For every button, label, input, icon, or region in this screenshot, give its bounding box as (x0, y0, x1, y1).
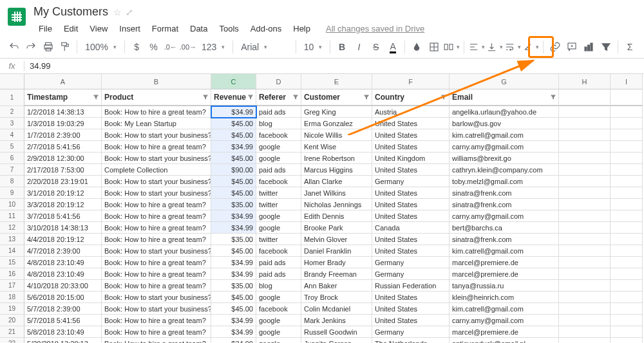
cell[interactable]: Book: How to start your business? (102, 187, 211, 199)
cell[interactable]: United States (372, 187, 450, 199)
cell[interactable] (611, 210, 643, 222)
cell[interactable]: Book: How to start your business? (102, 303, 211, 315)
cell[interactable]: Book: How to hire a great team? (102, 338, 211, 343)
insert-chart-button[interactable] (581, 39, 596, 55)
cell[interactable] (611, 106, 643, 118)
cell[interactable]: Troy Brock (301, 292, 372, 303)
cell[interactable] (559, 268, 611, 280)
cell[interactable]: Erma Gonzalez (301, 118, 372, 129)
header-cell[interactable]: Customer (301, 89, 372, 106)
cell[interactable]: United States (372, 245, 450, 257)
cell[interactable]: paid ads (256, 106, 301, 118)
cell[interactable]: Daniel Franklin (301, 245, 372, 257)
sheets-logo-icon[interactable] (5, 5, 28, 28)
cell[interactable]: 1/2/2018 14:38:13 (24, 106, 102, 118)
cell[interactable]: United States (372, 129, 450, 141)
spreadsheet-grid[interactable]: ABCDEFGHI 1TimestampProductRevenueRefere… (0, 74, 644, 343)
row-header[interactable]: 18 (0, 292, 24, 303)
header-cell[interactable]: Timestamp (24, 89, 102, 106)
column-header-H[interactable]: H (559, 74, 611, 89)
row-header[interactable]: 22 (0, 338, 24, 343)
cell[interactable] (611, 153, 643, 164)
cell[interactable]: United States (372, 234, 450, 245)
cell[interactable]: $34.99 (211, 268, 256, 280)
menu-add-ons[interactable]: Add-ons (245, 21, 287, 36)
row-header[interactable]: 4 (0, 129, 24, 141)
header-cell[interactable]: Product (102, 89, 211, 106)
filter-icon[interactable] (202, 93, 209, 101)
cell[interactable]: google (256, 222, 301, 234)
cell[interactable]: $90.00 (211, 164, 256, 176)
cell[interactable] (611, 199, 643, 210)
filter-icon[interactable] (92, 93, 100, 101)
cell[interactable]: 3/1/2018 20:19:12 (24, 187, 102, 199)
cell[interactable]: 4/7/2018 2:39:00 (24, 245, 102, 257)
row-header[interactable]: 12 (0, 222, 24, 234)
cell[interactable] (611, 234, 643, 245)
row-header[interactable]: 1 (0, 89, 24, 106)
cell[interactable]: facebook (256, 303, 301, 315)
row-header[interactable]: 14 (0, 245, 24, 257)
cell[interactable]: Austria (372, 106, 450, 118)
cell[interactable]: google (256, 338, 301, 343)
cell[interactable]: Russell Goodwin (301, 326, 372, 338)
cell[interactable]: Irene Robertson (301, 153, 372, 164)
cell[interactable]: The Netherlands (372, 338, 450, 343)
cell[interactable]: Janet Wilkins (301, 187, 372, 199)
cell[interactable] (611, 118, 643, 129)
currency-button[interactable]: $ (129, 39, 144, 55)
cell[interactable] (611, 129, 643, 141)
cell[interactable] (611, 315, 643, 326)
cell[interactable]: $34.99 (211, 326, 256, 338)
cell[interactable]: $34.99 (211, 315, 256, 326)
cell[interactable] (559, 257, 611, 268)
vertical-align-button[interactable] (486, 39, 503, 55)
font-size-select[interactable]: 10 (300, 39, 326, 55)
cell[interactable]: Juanita Carson (301, 338, 372, 343)
cell[interactable]: United States (372, 164, 450, 176)
fill-color-button[interactable] (409, 39, 424, 55)
cell[interactable] (611, 303, 643, 315)
column-header-I[interactable]: I (611, 74, 643, 89)
cell[interactable]: United Kingdom (372, 153, 450, 164)
cell[interactable]: Book: How to hire a great team? (102, 199, 211, 210)
filter-icon[interactable] (363, 93, 370, 101)
cell[interactable]: Book: How to hire a great team? (102, 268, 211, 280)
cell[interactable]: $34.99 (211, 257, 256, 268)
column-header-D[interactable]: D (256, 74, 301, 89)
strikethrough-button[interactable]: S (368, 39, 384, 55)
cell[interactable]: Brooke Park (301, 222, 372, 234)
cell[interactable]: 3/10/2018 14:38:13 (24, 222, 102, 234)
cell[interactable] (559, 303, 611, 315)
menu-help[interactable]: Help (288, 21, 316, 36)
cell[interactable]: marcel@premiere.de (450, 257, 559, 268)
cell[interactable]: $35.00 (211, 280, 256, 292)
cell[interactable]: United States (372, 315, 450, 326)
cell[interactable] (611, 187, 643, 199)
cell[interactable]: $35.00 (211, 199, 256, 210)
cell[interactable]: Ann Baker (301, 280, 372, 292)
cell[interactable]: google (256, 141, 301, 153)
cell[interactable]: facebook (256, 245, 301, 257)
insert-comment-button[interactable] (564, 39, 580, 55)
select-all-corner[interactable] (0, 74, 24, 89)
cell[interactable]: Book: How to start your business? (102, 129, 211, 141)
cell[interactable]: twitter (256, 234, 301, 245)
cell[interactable]: blog (256, 280, 301, 292)
cell[interactable]: kim.catrell@gmail.com (450, 245, 559, 257)
cell[interactable] (611, 222, 643, 234)
cell[interactable]: williams@brexit.go (450, 153, 559, 164)
header-cell[interactable]: Email (450, 89, 559, 106)
cell[interactable]: twitter (256, 187, 301, 199)
cell[interactable]: Allan Clarke (301, 176, 372, 187)
cell[interactable]: 4/4/2018 20:19:12 (24, 234, 102, 245)
cell[interactable]: Book: How to hire a great team? (102, 315, 211, 326)
cell[interactable] (559, 106, 611, 118)
cell[interactable]: Germany (372, 268, 450, 280)
cell[interactable]: $45.00 (211, 153, 256, 164)
cell[interactable] (611, 268, 643, 280)
cell[interactable]: Book: How to start your business? (102, 245, 211, 257)
cell[interactable]: google (256, 315, 301, 326)
row-header[interactable]: 2 (0, 106, 24, 118)
row-header[interactable]: 19 (0, 303, 24, 315)
